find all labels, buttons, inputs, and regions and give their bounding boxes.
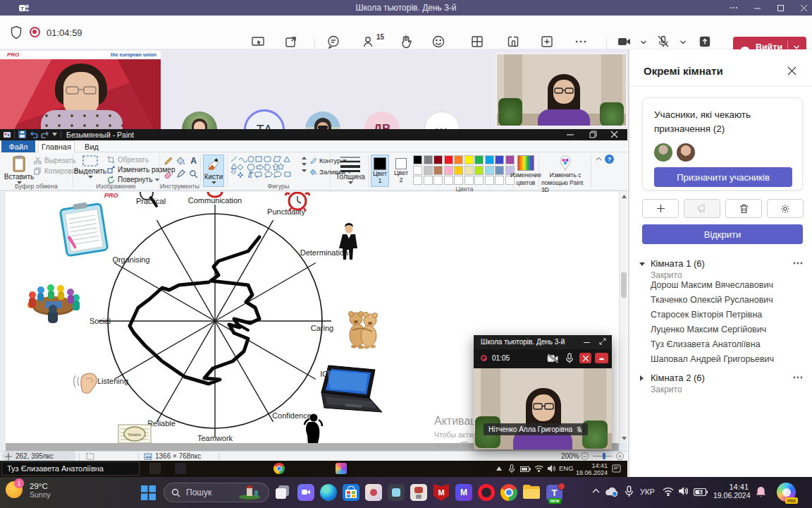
redo-icon[interactable] bbox=[41, 131, 49, 138]
onedrive-icon[interactable] bbox=[605, 486, 619, 496]
teams-taskbar-icon[interactable]: T NEW bbox=[546, 483, 565, 504]
tray-battery-icon[interactable] bbox=[520, 466, 531, 472]
rooms-settings-button[interactable] bbox=[767, 199, 804, 218]
select-button[interactable]: Выделить bbox=[76, 155, 104, 179]
paint3d-button[interactable]: Изменить с помощью Paint 3D bbox=[541, 155, 589, 193]
add-room-button[interactable] bbox=[642, 199, 679, 218]
mcafee-icon[interactable]: M bbox=[433, 484, 450, 501]
cut-button[interactable]: Вырезать bbox=[34, 157, 75, 164]
palette-swatch[interactable] bbox=[465, 155, 474, 164]
tab-file[interactable]: Файл bbox=[1, 140, 35, 152]
edit-colors-button[interactable]: Изменение цветов bbox=[514, 155, 538, 186]
palette-empty[interactable] bbox=[485, 176, 494, 185]
palette-empty[interactable] bbox=[444, 176, 453, 185]
palette-swatch[interactable] bbox=[433, 166, 443, 175]
tray-network-icon[interactable] bbox=[534, 464, 543, 472]
paint-icon-inner[interactable] bbox=[336, 463, 347, 474]
delete-rooms-button[interactable] bbox=[725, 199, 762, 218]
pinned-app-icon[interactable] bbox=[388, 484, 405, 501]
start-button[interactable] bbox=[141, 485, 156, 500]
paint-minimize-icon[interactable] bbox=[567, 133, 574, 136]
palette-swatch[interactable] bbox=[433, 155, 443, 164]
zoom-out-button[interactable]: − bbox=[581, 452, 589, 460]
video-tile-speaker[interactable]: PRO the european union bbox=[0, 51, 161, 129]
window-more-icon[interactable] bbox=[730, 4, 738, 12]
tab-home[interactable]: Главная bbox=[38, 140, 75, 152]
tray-wifi-icon[interactable] bbox=[663, 487, 674, 496]
panel-close-icon[interactable] bbox=[787, 66, 796, 75]
explorer-icon[interactable] bbox=[523, 485, 540, 500]
open-rooms-button[interactable]: Відкрити bbox=[642, 224, 803, 244]
pip-stop-record-button[interactable] bbox=[579, 353, 591, 363]
store-icon[interactable] bbox=[343, 484, 359, 501]
pip-window[interactable]: Школа тьюторів. День 3-й 01:05 Нітченко … bbox=[474, 335, 612, 449]
palette-swatch[interactable] bbox=[485, 166, 494, 175]
palette-swatch[interactable] bbox=[413, 155, 422, 164]
tray-mic-icon[interactable] bbox=[508, 464, 515, 473]
save-icon[interactable] bbox=[18, 131, 26, 138]
ribbon-collapse-icon[interactable] bbox=[596, 157, 602, 161]
edge-icon[interactable] bbox=[320, 484, 337, 501]
copilot-icon[interactable]: PRE bbox=[777, 483, 798, 504]
tray-expand-icon[interactable] bbox=[592, 488, 600, 493]
chat-app-icon[interactable] bbox=[297, 484, 314, 501]
paint-close-icon[interactable] bbox=[610, 131, 618, 138]
pinned-app-icon[interactable] bbox=[410, 484, 427, 501]
assign-participants-button[interactable]: Призначити учасників bbox=[654, 167, 792, 187]
paste-button[interactable]: Вставить bbox=[6, 155, 32, 184]
taskview-button[interactable] bbox=[275, 484, 292, 501]
palette-swatch[interactable] bbox=[474, 155, 484, 164]
palette-swatch[interactable] bbox=[495, 166, 504, 175]
magnifier-tool[interactable] bbox=[189, 169, 198, 179]
palette-empty[interactable] bbox=[433, 176, 443, 185]
color2-button[interactable]: Цвет 2 bbox=[392, 155, 410, 187]
shapes-scroll[interactable] bbox=[302, 157, 307, 172]
zoom-in-button[interactable]: + bbox=[616, 452, 624, 460]
palette-swatch[interactable] bbox=[454, 166, 463, 175]
picker-tool[interactable] bbox=[176, 169, 185, 179]
tray-speaker-icon[interactable] bbox=[547, 464, 555, 473]
tray-notification-icon[interactable] bbox=[612, 464, 621, 473]
shapes-grid[interactable] bbox=[230, 155, 300, 178]
tray-battery-icon[interactable] bbox=[694, 488, 708, 496]
tray-clock[interactable]: 14:41 19.06.2024 bbox=[575, 462, 608, 476]
tray-language[interactable]: ENG bbox=[559, 464, 574, 472]
palette-swatch[interactable] bbox=[474, 166, 484, 175]
quickaccess-chevron-icon[interactable] bbox=[52, 133, 57, 136]
palette-empty[interactable] bbox=[413, 176, 422, 185]
tray-chevron-icon[interactable] bbox=[496, 466, 502, 471]
palette-empty[interactable] bbox=[474, 176, 484, 185]
paint-restore-icon[interactable] bbox=[589, 131, 597, 138]
pinned-m-app-icon[interactable]: M bbox=[455, 484, 472, 501]
eraser-tool[interactable] bbox=[164, 169, 173, 179]
chrome-icon[interactable] bbox=[500, 484, 517, 501]
window-maximize-icon[interactable] bbox=[777, 4, 785, 12]
palette-swatch[interactable] bbox=[465, 166, 474, 175]
palette-swatch[interactable] bbox=[424, 155, 433, 164]
text-tool[interactable]: A bbox=[189, 156, 198, 165]
pinned-app-icon[interactable] bbox=[365, 484, 382, 501]
tray-bell-icon[interactable] bbox=[756, 486, 766, 498]
palette-swatch[interactable] bbox=[485, 155, 494, 164]
pip-camera-off-icon[interactable] bbox=[547, 353, 559, 363]
announce-button[interactable] bbox=[684, 199, 720, 218]
pip-hangup-button[interactable] bbox=[595, 353, 608, 363]
palette-swatch[interactable] bbox=[505, 155, 515, 164]
tray-mic-icon[interactable] bbox=[625, 485, 634, 498]
search-box[interactable]: Пошук bbox=[164, 483, 269, 502]
pip-expand-icon[interactable] bbox=[599, 338, 606, 345]
taskbar-clock[interactable]: 14:41 19.06.2024 bbox=[713, 483, 749, 500]
weather-widget[interactable]: 1 29°C Sunny bbox=[6, 481, 51, 500]
scroll-down-icon[interactable] bbox=[622, 437, 627, 440]
palette-empty[interactable] bbox=[465, 176, 474, 185]
color1-button[interactable]: Цвет 1 bbox=[371, 155, 389, 187]
thickness-button[interactable]: Толщина bbox=[334, 155, 367, 184]
palette-empty[interactable] bbox=[424, 176, 433, 185]
fill-tool[interactable] bbox=[176, 157, 185, 166]
palette-swatch[interactable] bbox=[413, 166, 422, 175]
pencil-tool[interactable] bbox=[164, 157, 173, 166]
opera-icon[interactable] bbox=[478, 484, 495, 501]
tray-volume-icon[interactable] bbox=[678, 486, 688, 496]
room-menu-icon[interactable] bbox=[793, 262, 803, 265]
chrome-icon-inner[interactable] bbox=[273, 463, 285, 474]
